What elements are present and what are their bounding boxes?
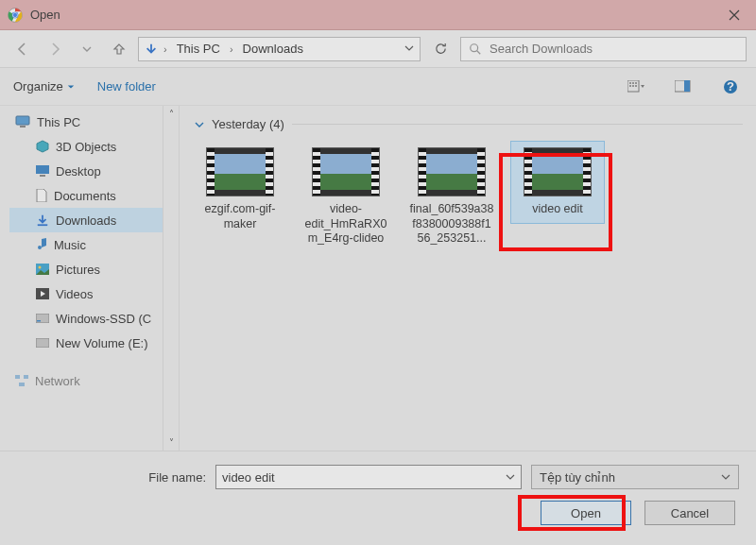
svg-point-9 (635, 82, 637, 84)
scroll-down-icon[interactable]: ˅ (163, 434, 180, 451)
svg-point-12 (635, 85, 637, 87)
svg-point-5 (471, 43, 478, 51)
file-item-selected[interactable]: video edit (510, 141, 605, 224)
filename-dropdown[interactable] (506, 470, 515, 485)
back-button[interactable] (9, 36, 36, 62)
sidebar-3d-objects[interactable]: 3D Objects (9, 134, 179, 159)
title-bar: Open (0, 0, 756, 30)
filename-label: File name: (17, 470, 206, 485)
sidebar-this-pc[interactable]: This PC (9, 110, 179, 134)
sidebar: This PC 3D Objects Desktop Documents Dow… (0, 106, 180, 451)
chrome-icon (8, 8, 23, 23)
svg-rect-17 (16, 116, 29, 125)
breadcrumb-folder[interactable]: Downloads (239, 42, 307, 56)
down-arrow-icon (145, 43, 158, 56)
sidebar-item-label: Network (35, 374, 80, 388)
help-button[interactable]: ? (718, 75, 743, 99)
scroll-up-icon[interactable]: ˄ (163, 106, 180, 122)
svg-rect-20 (40, 175, 45, 177)
svg-point-11 (632, 85, 634, 87)
sidebar-videos[interactable]: Videos (9, 281, 179, 306)
file-item[interactable]: final_60f539a38f8380009388f156_253251... (404, 141, 499, 253)
file-pane: Yesterday (4) ezgif.com-gif-maker video-… (180, 106, 756, 451)
pc-icon (15, 115, 30, 128)
svg-rect-19 (36, 165, 49, 174)
sidebar-item-label: Music (54, 238, 86, 252)
sidebar-documents[interactable]: Documents (9, 183, 179, 208)
pictures-icon (36, 264, 49, 275)
sidebar-music[interactable]: Music (9, 232, 179, 257)
open-button[interactable]: Open (541, 501, 631, 525)
svg-rect-25 (37, 320, 41, 322)
open-label: Open (571, 506, 601, 520)
cancel-button[interactable]: Cancel (644, 501, 735, 525)
sidebar-network[interactable]: Network (9, 368, 179, 393)
address-dropdown[interactable] (404, 42, 414, 56)
search-icon (469, 43, 482, 56)
file-name: video edit (515, 202, 600, 217)
search-input[interactable] (490, 42, 738, 56)
sidebar-downloads[interactable]: Downloads (9, 208, 179, 232)
toolbar: Organize New folder ? (0, 68, 756, 106)
filename-field[interactable]: video edit (215, 465, 522, 489)
sidebar-item-label: This PC (37, 115, 80, 129)
sidebar-item-label: 3D Objects (56, 140, 116, 154)
file-item[interactable]: ezgif.com-gif-maker (193, 141, 287, 238)
search-box[interactable] (460, 37, 747, 61)
sidebar-windows-ssd[interactable]: Windows-SSD (C (9, 306, 179, 331)
cube-icon (36, 140, 49, 153)
svg-rect-14 (684, 80, 690, 92)
svg-point-10 (629, 85, 631, 87)
refresh-button[interactable] (426, 37, 455, 61)
sidebar-item-label: Desktop (56, 164, 101, 179)
svg-rect-28 (24, 375, 28, 379)
sidebar-item-label: Pictures (56, 263, 100, 277)
desktop-icon (36, 165, 49, 177)
chevron-right-icon: › (163, 43, 167, 55)
sidebar-new-volume[interactable]: New Volume (E:) (9, 331, 179, 355)
svg-point-4 (13, 12, 17, 16)
svg-point-22 (39, 266, 42, 269)
drive-icon (36, 338, 49, 348)
chevron-down-icon (195, 120, 204, 129)
sidebar-item-label: Documents (54, 189, 116, 203)
view-mode-button[interactable] (624, 75, 648, 99)
new-folder-button[interactable]: New folder (97, 79, 156, 94)
file-name: video-edit_HmRaRX0m_E4rg-clideo (303, 202, 388, 247)
close-button[interactable] (713, 0, 756, 30)
sidebar-item-label: Downloads (56, 213, 116, 228)
organize-menu[interactable]: Organize (13, 79, 75, 94)
recent-dropdown[interactable] (74, 36, 100, 62)
document-icon (36, 189, 47, 202)
svg-point-8 (632, 82, 634, 84)
preview-pane-button[interactable] (671, 75, 696, 99)
sidebar-desktop[interactable]: Desktop (9, 159, 179, 183)
svg-rect-29 (19, 383, 25, 386)
forward-button[interactable] (42, 36, 68, 62)
group-label: Yesterday (4) (212, 117, 284, 131)
svg-rect-26 (36, 338, 49, 348)
download-icon (36, 213, 49, 227)
sidebar-pictures[interactable]: Pictures (9, 257, 179, 281)
nav-bar: › This PC › Downloads (0, 30, 756, 68)
address-bar[interactable]: › This PC › Downloads (138, 37, 421, 61)
group-header[interactable]: Yesterday (4) (195, 117, 743, 131)
organize-label: Organize (13, 79, 63, 94)
video-thumb-icon (524, 147, 592, 196)
up-button[interactable] (106, 36, 132, 62)
filetype-dropdown-icon (721, 470, 730, 485)
video-thumb-icon (312, 147, 380, 196)
sidebar-item-label: Windows-SSD (C (56, 312, 151, 326)
drive-icon (36, 314, 49, 323)
file-name: ezgif.com-gif-maker (198, 202, 283, 231)
filename-value: video edit (222, 470, 275, 485)
file-item[interactable]: video-edit_HmRaRX0m_E4rg-clideo (299, 141, 393, 253)
sidebar-scrollbar[interactable]: ˄˅ (163, 106, 179, 451)
chevron-right-icon: › (230, 43, 233, 55)
filetype-select[interactable]: Tệp tùy chỉnh (531, 465, 739, 489)
window-title: Open (30, 8, 60, 22)
breadcrumb-root[interactable]: This PC (173, 42, 224, 56)
svg-point-7 (629, 82, 631, 84)
network-icon (15, 375, 28, 386)
svg-rect-18 (20, 126, 26, 128)
